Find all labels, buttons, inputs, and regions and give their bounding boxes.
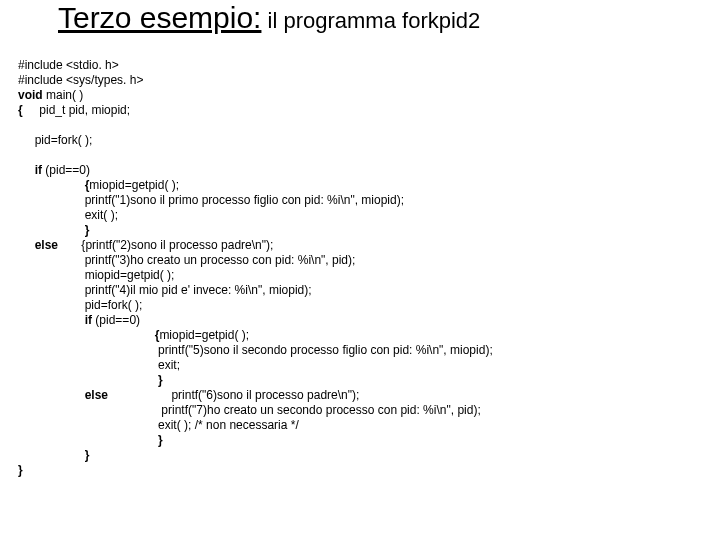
slide-title: Terzo esempio: il programma forkpid2: [58, 2, 480, 34]
code-keyword-if: if: [18, 313, 92, 327]
code-line: #include <stdio. h>: [18, 58, 119, 72]
code-line: {printf("2)sono il processo padre\n");: [58, 238, 273, 252]
code-block: #include <stdio. h> #include <sys/types.…: [18, 58, 710, 478]
code-brace: {: [18, 178, 89, 192]
code-line: exit( );: [18, 208, 118, 222]
code-line: pid=fork( );: [18, 298, 142, 312]
title-sub: il programma forkpid2: [261, 8, 480, 33]
code-line: miopid=getpid( );: [18, 268, 174, 282]
code-line: #include <sys/types. h>: [18, 73, 143, 87]
code-line: printf("7)ho creato un secondo processo …: [18, 403, 481, 417]
code-line: printf("5)sono il secondo processo figli…: [18, 343, 493, 357]
code-line: printf("1)sono il primo processo figlio …: [18, 193, 404, 207]
code-brace: }: [18, 463, 23, 477]
code-line: miopid=getpid( );: [159, 328, 249, 342]
code-line: (pid==0): [42, 163, 90, 177]
code-keyword-void: void: [18, 88, 43, 102]
code-line: pid=fork( );: [18, 133, 92, 147]
code-line: exit;: [18, 358, 180, 372]
code-line: printf("3)ho creato un processo con pid:…: [18, 253, 355, 267]
code-brace: }: [18, 448, 89, 462]
code-brace: }: [18, 223, 89, 237]
title-main: Terzo esempio:: [58, 1, 261, 34]
code-brace: }: [18, 433, 163, 447]
code-line: pid_t pid, miopid;: [23, 103, 130, 117]
slide: Terzo esempio: il programma forkpid2 #in…: [0, 0, 720, 540]
code-line: (pid==0): [92, 313, 140, 327]
code-keyword-else: else: [18, 388, 108, 402]
code-line: printf("6)sono il processo padre\n");: [108, 388, 359, 402]
code-line: main( ): [43, 88, 84, 102]
code-line: exit( ); /* non necessaria */: [18, 418, 299, 432]
code-brace: }: [18, 373, 163, 387]
code-line: printf("4)il mio pid e' invece: %i\n", m…: [18, 283, 312, 297]
code-keyword-if: if: [18, 163, 42, 177]
code-brace: {: [18, 328, 159, 342]
code-line: miopid=getpid( );: [89, 178, 179, 192]
code-keyword-else: else: [18, 238, 58, 252]
